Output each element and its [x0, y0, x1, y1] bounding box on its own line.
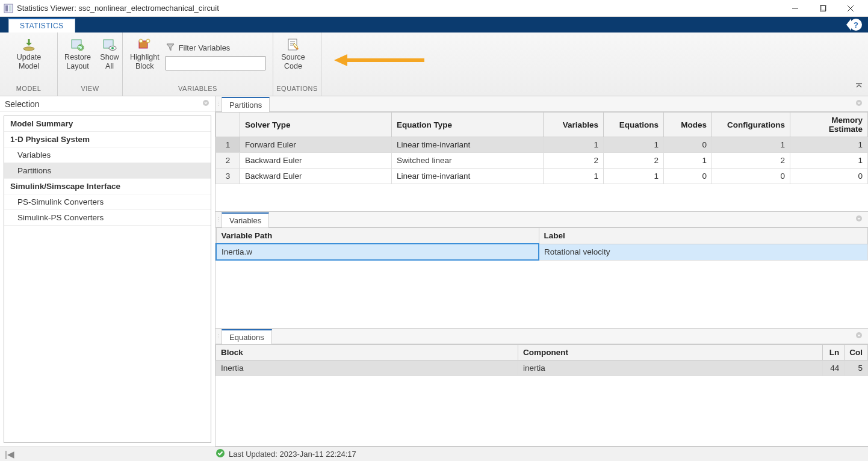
ribbon-tab-bar: STATISTICS ? [0, 17, 868, 32]
pane-handle-icon[interactable]: ⋮ [215, 217, 222, 223]
table-row[interactable]: Inertia.w Rotational velocity [216, 244, 868, 260]
table-row[interactable]: Inertia inertia 44 5 [216, 360, 868, 376]
pane-options-icon[interactable] [855, 331, 863, 341]
toolstrip: Update Model MODEL RestoreLayout ShowAll… [0, 32, 868, 96]
close-button[interactable] [837, 0, 864, 17]
status-bar: |◀ Last Updated: 2023-Jan-11 22:24:17 [0, 447, 868, 461]
variables-table[interactable]: Variable Path Label Inertia.w Rotational… [215, 227, 868, 261]
variables-pane: ⋮ Variables Variable Path Label Inertia.… [215, 212, 868, 329]
svg-rect-1 [5, 5, 8, 11]
selection-tree: Model Summary 1-D Physical System Variab… [4, 116, 211, 443]
tab-equations[interactable]: Equations [222, 329, 272, 344]
source-code-button[interactable]: SourceCode [277, 36, 309, 72]
tab-partitions[interactable]: Partitions [222, 97, 270, 112]
svg-point-24 [856, 215, 862, 221]
table-row[interactable]: 1 Forward Euler Linear time-invariant 1 … [216, 137, 868, 153]
equations-pane: ⋮ Equations Block Component Ln Col [215, 329, 868, 447]
selection-sidebar: Selection Model Summary 1-D Physical Sys… [0, 96, 215, 447]
source-code-icon [286, 37, 300, 52]
highlight-block-icon [137, 37, 152, 52]
restore-layout-icon [70, 37, 85, 52]
svg-point-8 [23, 47, 34, 51]
status-text: Last Updated: 2023-Jan-11 22:24:17 [229, 450, 356, 459]
maximize-button[interactable] [809, 0, 837, 17]
tab-statistics[interactable]: STATISTICS [8, 18, 75, 32]
tree-ps-simulink[interactable]: PS-Simulink Converters [4, 194, 211, 210]
svg-point-23 [856, 100, 862, 106]
window-title: Statistics Viewer: ssc_nonlinear_electro… [17, 4, 781, 13]
partitions-table[interactable]: Solver Type Equation Type Variables Equa… [215, 112, 868, 184]
pane-options-icon[interactable] [855, 99, 863, 109]
pane-handle-icon[interactable]: ⋮ [215, 333, 222, 339]
highlight-block-button[interactable]: HighlightBlock [126, 36, 163, 72]
tree-simulink-interface[interactable]: Simulink/Simscape Interface [4, 179, 211, 194]
svg-rect-2 [9, 5, 11, 11]
update-model-button[interactable]: Update Model [4, 36, 54, 72]
tree-1d-physical[interactable]: 1-D Physical System [4, 132, 211, 147]
nav-back-icon[interactable]: |◀ [5, 449, 14, 460]
sidebar-title: Selection [5, 99, 202, 109]
status-ok-icon [215, 448, 225, 460]
equations-table[interactable]: Block Component Ln Col Inertia inertia 4… [215, 344, 868, 376]
svg-point-16 [146, 39, 150, 43]
tree-simulink-ps[interactable]: Simulink-PS Converters [4, 210, 211, 226]
pane-options-icon[interactable] [855, 214, 863, 224]
tree-model-summary[interactable]: Model Summary [4, 116, 211, 132]
help-button[interactable]: ? [846, 19, 862, 31]
sidebar-options-icon[interactable] [202, 99, 210, 109]
app-icon [4, 4, 13, 13]
svg-point-13 [111, 47, 114, 49]
show-all-icon [102, 37, 117, 52]
partitions-pane: ⋮ Partitions Solver Type Equation Type V… [215, 96, 868, 212]
restore-layout-button[interactable]: RestoreLayout [61, 36, 94, 72]
show-all-button[interactable]: ShowAll [96, 36, 123, 72]
tree-partitions[interactable]: Partitions [4, 163, 211, 179]
filter-label: Filter Variables [179, 43, 231, 52]
tab-variables[interactable]: Variables [222, 212, 269, 227]
titlebar: Statistics Viewer: ssc_nonlinear_electro… [0, 0, 868, 17]
collapse-ribbon-icon[interactable] [855, 82, 863, 92]
minimize-button[interactable] [781, 0, 809, 17]
table-row[interactable]: 2 Backward Euler Switched linear 2 2 1 2… [216, 153, 868, 169]
svg-point-22 [203, 100, 209, 106]
filter-variables-input[interactable] [166, 56, 265, 70]
svg-point-15 [139, 39, 143, 43]
svg-point-25 [856, 332, 862, 338]
filter-icon [166, 42, 175, 54]
table-row[interactable]: 3 Backward Euler Linear time-invariant 1… [216, 169, 868, 184]
update-model-icon [22, 37, 36, 52]
tree-variables[interactable]: Variables [4, 147, 211, 163]
pane-handle-icon[interactable]: ⋮ [215, 101, 222, 107]
